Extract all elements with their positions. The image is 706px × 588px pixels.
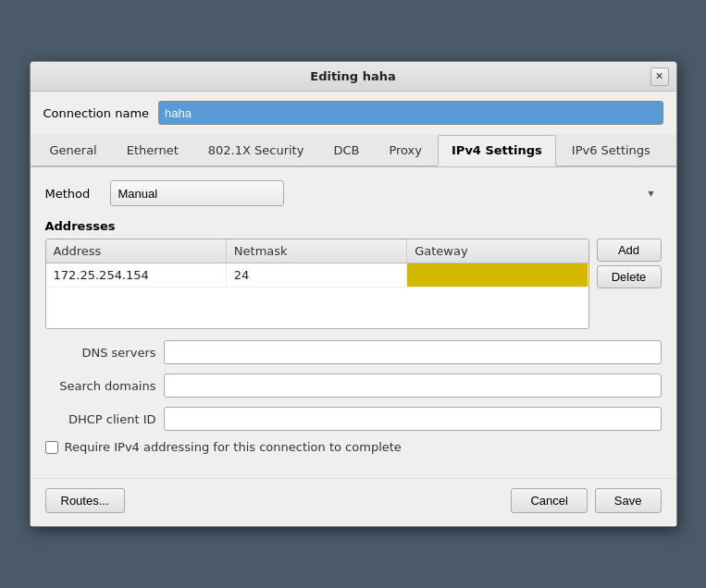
table-row[interactable]: 172.25.254.154 24: [46, 263, 588, 288]
addresses-table: Address Netmask Gateway 172.25.254.154 2…: [45, 239, 589, 329]
connection-name-label: Connection name: [43, 106, 150, 120]
table-body: 172.25.254.154 24: [46, 263, 588, 328]
method-label: Method: [45, 187, 101, 201]
titlebar: Editing haha ✕: [31, 62, 676, 92]
addresses-label: Addresses: [45, 219, 662, 233]
require-ipv4-label: Require IPv4 addressing for this connect…: [65, 440, 402, 454]
col-address: Address: [46, 239, 227, 263]
dns-servers-row: DNS servers: [45, 340, 662, 364]
col-netmask: Netmask: [227, 239, 407, 263]
cell-gateway[interactable]: [407, 263, 588, 287]
bottom-bar: Routes... Cancel Save: [31, 478, 676, 526]
tab-ethernet[interactable]: Ethernet: [113, 135, 192, 166]
method-row: Method Automatic (DHCP) Manual Link-Loca…: [45, 180, 662, 206]
col-gateway: Gateway: [407, 239, 588, 263]
editing-dialog: Editing haha ✕ Connection name General E…: [30, 61, 677, 527]
search-label: Search domains: [45, 379, 156, 393]
search-input[interactable]: [164, 374, 662, 398]
require-ipv4-checkbox[interactable]: [45, 441, 58, 454]
table-header: Address Netmask Gateway: [46, 239, 588, 263]
method-select-wrapper: Automatic (DHCP) Manual Link-Local Only …: [110, 180, 662, 206]
tab-802-1x-security[interactable]: 802.1X Security: [194, 135, 318, 166]
dns-input[interactable]: [164, 340, 662, 364]
table-buttons: Add Delete: [597, 239, 662, 329]
dhcp-input[interactable]: [164, 407, 662, 431]
action-buttons: Cancel Save: [511, 488, 661, 513]
tab-ipv6-settings[interactable]: IPv6 Settings: [558, 135, 664, 166]
tab-general[interactable]: General: [36, 135, 111, 166]
dialog-title: Editing haha: [310, 69, 395, 83]
connection-name-row: Connection name: [31, 92, 676, 134]
tab-content: Method Automatic (DHCP) Manual Link-Loca…: [31, 167, 676, 478]
search-domains-row: Search domains: [45, 374, 662, 398]
add-button[interactable]: Add: [597, 239, 662, 262]
close-button[interactable]: ✕: [650, 67, 669, 86]
addresses-section: Addresses Address Netmask Gateway 172.25…: [45, 219, 662, 329]
method-select[interactable]: Automatic (DHCP) Manual Link-Local Only …: [110, 180, 284, 206]
tab-bar: General Ethernet 802.1X Security DCB Pro…: [31, 134, 676, 167]
cancel-button[interactable]: Cancel: [511, 488, 587, 513]
routes-button[interactable]: Routes...: [45, 488, 125, 513]
connection-name-input[interactable]: [158, 101, 663, 125]
dhcp-label: DHCP client ID: [45, 412, 156, 426]
delete-button[interactable]: Delete: [597, 265, 662, 288]
tab-proxy[interactable]: Proxy: [375, 135, 436, 166]
addresses-area: Address Netmask Gateway 172.25.254.154 2…: [45, 239, 662, 329]
cell-netmask: 24: [227, 263, 407, 287]
tab-dcb[interactable]: DCB: [319, 135, 373, 166]
save-button[interactable]: Save: [595, 488, 662, 513]
require-ipv4-row: Require IPv4 addressing for this connect…: [45, 440, 662, 454]
dhcp-row: DHCP client ID: [45, 407, 662, 431]
cell-address: 172.25.254.154: [46, 263, 227, 287]
tab-ipv4-settings[interactable]: IPv4 Settings: [438, 135, 556, 166]
dns-label: DNS servers: [45, 346, 156, 360]
